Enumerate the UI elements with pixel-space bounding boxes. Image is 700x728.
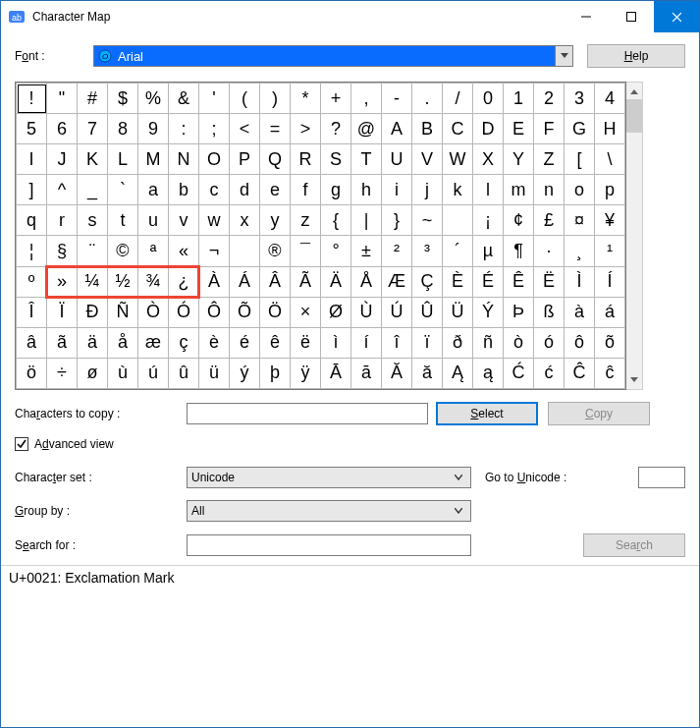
char-cell[interactable]: ! xyxy=(17,84,47,114)
scroll-down-icon[interactable] xyxy=(626,372,642,389)
char-cell[interactable]: " xyxy=(47,84,78,114)
char-cell[interactable]: ö xyxy=(17,358,47,388)
char-cell[interactable]: [ xyxy=(565,144,595,175)
char-cell[interactable]: ^ xyxy=(47,175,78,205)
char-cell[interactable]: u xyxy=(138,205,169,236)
char-cell[interactable]: ¤ xyxy=(565,205,595,236)
char-cell[interactable]: è xyxy=(199,327,230,358)
char-cell[interactable]: { xyxy=(321,205,351,236)
char-cell[interactable]: Ç xyxy=(412,266,443,297)
char-cell[interactable]: , xyxy=(351,84,382,114)
help-button[interactable]: Help xyxy=(587,44,685,68)
char-cell[interactable]: Ã xyxy=(291,266,321,297)
char-cell[interactable]: k xyxy=(443,175,473,205)
char-cell[interactable]: @ xyxy=(351,114,382,144)
char-cell[interactable]: ª xyxy=(138,236,169,266)
char-cell[interactable]: ] xyxy=(17,175,47,205)
char-cell[interactable]: > xyxy=(291,114,321,144)
char-cell[interactable]: J xyxy=(47,144,78,175)
char-cell[interactable]: F xyxy=(534,114,565,144)
char-cell[interactable]: Ý xyxy=(473,297,504,327)
char-cell[interactable]: 6 xyxy=(47,114,78,144)
char-cell[interactable]: Ä xyxy=(321,266,351,297)
char-cell[interactable]: G xyxy=(565,114,595,144)
char-cell[interactable]: ý xyxy=(230,358,260,388)
char-cell[interactable]: W xyxy=(443,144,473,175)
char-cell[interactable]: . xyxy=(412,84,443,114)
char-cell[interactable]: x xyxy=(230,205,260,236)
char-cell[interactable]: d xyxy=(230,175,260,205)
char-cell[interactable]: ´ xyxy=(443,236,473,266)
char-cell[interactable]: Ă xyxy=(382,358,412,388)
char-cell[interactable]: º xyxy=(17,266,47,297)
char-cell[interactable]: Ą xyxy=(443,358,473,388)
char-cell[interactable]: ¥ xyxy=(595,205,625,236)
char-cell[interactable]: ú xyxy=(138,358,169,388)
char-cell[interactable]: H xyxy=(595,114,625,144)
char-cell[interactable]: ê xyxy=(260,327,291,358)
char-cell[interactable]: U xyxy=(382,144,412,175)
char-cell[interactable]: « xyxy=(169,236,199,266)
char-cell[interactable]: ~ xyxy=(412,205,443,236)
char-cell[interactable]: ² xyxy=(382,236,412,266)
char-cell[interactable]: Ó xyxy=(169,297,199,327)
char-cell[interactable]: 7 xyxy=(78,114,108,144)
char-cell[interactable]: ò xyxy=(504,327,534,358)
char-cell[interactable]: / xyxy=(443,84,473,114)
char-cell[interactable]: ù xyxy=(108,358,138,388)
char-cell[interactable]: à xyxy=(565,297,595,327)
search-button[interactable]: Search xyxy=(583,533,685,557)
char-cell[interactable]: S xyxy=(321,144,351,175)
char-cell[interactable]: ' xyxy=(199,84,230,114)
char-cell[interactable]: Ü xyxy=(443,297,473,327)
char-cell[interactable]: î xyxy=(382,327,412,358)
char-cell[interactable]: Ë xyxy=(534,266,565,297)
minimize-button[interactable] xyxy=(564,1,609,32)
grid-scrollbar[interactable] xyxy=(626,82,643,390)
char-cell[interactable]: M xyxy=(138,144,169,175)
char-cell[interactable]: ± xyxy=(351,236,382,266)
groupby-select[interactable]: All xyxy=(187,500,471,522)
char-cell[interactable]: ¸ xyxy=(565,236,595,266)
char-cell[interactable]: Ú xyxy=(382,297,412,327)
char-cell[interactable]: ¶ xyxy=(504,236,534,266)
char-cell[interactable]: ½ xyxy=(108,266,138,297)
char-cell[interactable]: ç xyxy=(169,327,199,358)
char-cell[interactable]: R xyxy=(291,144,321,175)
char-cell[interactable]: ( xyxy=(230,84,260,114)
char-cell[interactable]: ã xyxy=(47,327,78,358)
char-cell[interactable]: þ xyxy=(260,358,291,388)
char-cell[interactable]: 3 xyxy=(565,84,595,114)
char-cell[interactable]: Q xyxy=(260,144,291,175)
char-cell[interactable]: ä xyxy=(78,327,108,358)
char-cell[interactable]: P xyxy=(230,144,260,175)
char-cell[interactable]: Î xyxy=(17,297,47,327)
char-cell[interactable]: c xyxy=(199,175,230,205)
char-cell[interactable]: n xyxy=(534,175,565,205)
char-cell[interactable]: Ì xyxy=(565,266,595,297)
char-cell[interactable]: % xyxy=(138,84,169,114)
char-cell[interactable]: h xyxy=(351,175,382,205)
char-cell[interactable]: ¬ xyxy=(199,236,230,266)
char-cell[interactable]: å xyxy=(108,327,138,358)
char-cell[interactable]: l xyxy=(473,175,504,205)
char-cell[interactable]: ? xyxy=(321,114,351,144)
char-cell[interactable]: í xyxy=(351,327,382,358)
char-cell[interactable]: ` xyxy=(108,175,138,205)
char-cell[interactable]: · xyxy=(534,236,565,266)
char-cell[interactable]: K xyxy=(78,144,108,175)
char-cell[interactable]: g xyxy=(321,175,351,205)
char-cell[interactable]: Á xyxy=(230,266,260,297)
char-cell[interactable]: ¿ xyxy=(169,266,199,297)
char-cell[interactable]: © xyxy=(108,236,138,266)
maximize-button[interactable] xyxy=(609,1,654,32)
char-cell[interactable] xyxy=(443,205,473,236)
char-cell[interactable]: ÷ xyxy=(47,358,78,388)
char-cell[interactable]: N xyxy=(169,144,199,175)
char-cell[interactable]: Ï xyxy=(47,297,78,327)
char-cell[interactable]: z xyxy=(291,205,321,236)
char-cell[interactable]: \ xyxy=(595,144,625,175)
char-cell[interactable]: - xyxy=(382,84,412,114)
char-cell[interactable]: i xyxy=(382,175,412,205)
char-cell[interactable]: È xyxy=(443,266,473,297)
